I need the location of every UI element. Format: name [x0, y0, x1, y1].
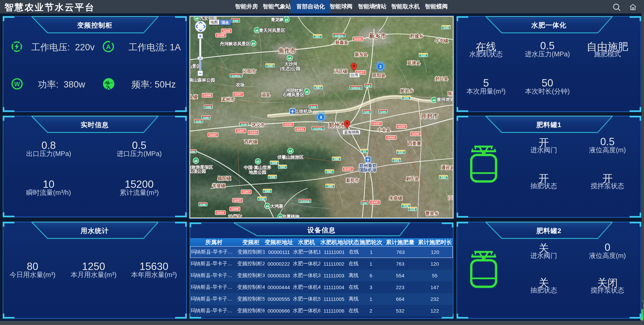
svg-text:黄河游览: 黄河游览 — [436, 97, 453, 102]
svg-text:G208: G208 — [217, 34, 224, 37]
svg-text:中牟县: 中牟县 — [378, 127, 391, 132]
svg-text:G207: G207 — [234, 199, 241, 202]
svg-text:G207: G207 — [234, 93, 242, 96]
svg-text:中国·嵩山世界: 中国·嵩山世界 — [244, 165, 271, 170]
svg-text:焦作市: 焦作市 — [278, 48, 296, 54]
svg-text:G207: G207 — [243, 190, 250, 194]
svg-text:牛屯镇: 牛屯镇 — [435, 38, 448, 43]
svg-text:曹里乡: 曹里乡 — [425, 211, 439, 216]
svg-text:南山森林公园: 南山森林公园 — [190, 77, 215, 83]
svg-text:G5512: G5512 — [351, 86, 360, 90]
svg-text:G230: G230 — [412, 132, 419, 136]
svg-text:S25: S25 — [403, 204, 409, 208]
svg-text:尉氏县: 尉氏县 — [406, 176, 419, 181]
svg-text:G4: G4 — [363, 201, 367, 205]
svg-text:农场: 农场 — [235, 82, 245, 87]
svg-text:蓝海球阀: 蓝海球阀 — [344, 130, 359, 134]
svg-text:A: A — [106, 43, 111, 50]
svg-text:新乡县: 新乡县 — [355, 52, 368, 57]
svg-text:G234: G234 — [354, 37, 362, 41]
svg-text:S25: S25 — [410, 208, 415, 211]
svg-text:上街机场: 上街机场 — [295, 109, 312, 114]
svg-text:G1516: G1516 — [300, 200, 309, 203]
svg-text:G208: G208 — [204, 94, 211, 97]
svg-text:S87: S87 — [316, 86, 321, 89]
svg-text:G207: G207 — [209, 133, 217, 137]
svg-text:汝州市: 汝州市 — [228, 214, 242, 218]
svg-text:G30: G30 — [380, 110, 386, 113]
svg-text:沁阳市: 沁阳市 — [243, 69, 256, 74]
svg-text:大鸿寨: 大鸿寨 — [270, 204, 284, 209]
svg-text:G30: G30 — [196, 120, 201, 123]
svg-text:G310: G310 — [250, 131, 257, 134]
svg-text:陈桥: 陈桥 — [448, 91, 453, 96]
svg-text:G30: G30 — [364, 110, 369, 114]
svg-text:S25: S25 — [398, 151, 404, 154]
svg-text:冯庄镇: 冯庄镇 — [334, 69, 347, 74]
svg-text:获嘉县: 获嘉县 — [335, 40, 348, 45]
svg-text:G107: G107 — [344, 167, 352, 171]
svg-text:G55: G55 — [205, 105, 211, 109]
svg-text:地质公园: 地质公园 — [249, 170, 266, 175]
svg-text:孟州市: 孟州市 — [221, 97, 235, 102]
svg-text:3: 3 — [379, 64, 382, 69]
svg-text:朱曲镇: 朱曲镇 — [389, 196, 402, 201]
svg-text:巩义市: 巩义市 — [252, 122, 265, 127]
svg-text:(生态)公园: (生态)公园 — [280, 66, 301, 71]
svg-text:江村: 江村 — [448, 195, 453, 200]
svg-text:G55: G55 — [232, 19, 238, 22]
svg-text:新郑市: 新郑市 — [346, 178, 359, 183]
svg-text:G107: G107 — [373, 122, 381, 125]
svg-text:G207: G207 — [237, 129, 245, 132]
svg-text:G208: G208 — [223, 29, 230, 33]
svg-text:郑州市: 郑州市 — [328, 122, 346, 128]
svg-text:大沙河: 大沙河 — [284, 61, 298, 66]
svg-text:G30: G30 — [310, 105, 316, 109]
svg-text:01号: 01号 — [351, 73, 358, 77]
svg-text:S49: S49 — [267, 64, 273, 67]
svg-text:S25: S25 — [443, 26, 449, 29]
svg-text:Hz: Hz — [106, 85, 109, 88]
svg-text:G107: G107 — [371, 201, 379, 204]
svg-text:8: 8 — [320, 115, 322, 120]
svg-text:W: W — [14, 81, 20, 88]
svg-text:G4: G4 — [366, 84, 370, 88]
svg-text:S25: S25 — [394, 159, 399, 162]
svg-text:G310: G310 — [284, 123, 292, 126]
svg-text:S88: S88 — [327, 184, 333, 188]
svg-text:S88: S88 — [334, 157, 339, 161]
svg-text:封丘县: 封丘县 — [435, 76, 448, 81]
svg-text:华夏植物: 华夏植物 — [282, 214, 300, 218]
svg-text:G30: G30 — [241, 123, 247, 126]
svg-text:G55: G55 — [190, 150, 195, 153]
svg-text:G3511: G3511 — [232, 74, 241, 77]
svg-text:通许县: 通许县 — [441, 165, 453, 170]
svg-text:伏羲山旅游区: 伏羲山旅游区 — [277, 155, 304, 160]
svg-text:延津县: 延津县 — [407, 60, 421, 65]
svg-text:国际机场: 国际机场 — [359, 167, 377, 172]
svg-text:西村镇: 西村镇 — [244, 139, 258, 144]
svg-text:G208: G208 — [231, 207, 238, 211]
svg-text:S60: S60 — [327, 170, 332, 173]
svg-text:青龙峡: 青龙峡 — [271, 17, 284, 22]
svg-text:S49: S49 — [265, 189, 270, 193]
svg-text:G1001: G1001 — [313, 127, 322, 130]
svg-text:G36: G36 — [200, 203, 206, 206]
svg-text:温县: 温县 — [261, 92, 270, 97]
svg-text:新乡市: 新乡市 — [369, 33, 386, 39]
svg-text:G220: G220 — [398, 125, 405, 128]
svg-text:西姜寨: 西姜寨 — [408, 141, 422, 146]
svg-text:丹河峡谷风景区: 丹河峡谷风景区 — [220, 41, 251, 46]
svg-text:G344: G344 — [217, 211, 224, 214]
svg-text:陡门乡: 陡门乡 — [400, 88, 414, 93]
svg-text:S49: S49 — [272, 161, 277, 165]
svg-text:S49: S49 — [270, 175, 275, 179]
svg-text:S49: S49 — [259, 197, 265, 201]
svg-text:胙城乡: 胙城乡 — [410, 34, 423, 39]
svg-text:石榴风景区: 石榴风景区 — [282, 92, 305, 97]
svg-text:原阳县: 原阳县 — [372, 73, 386, 78]
svg-text:开封市: 开封市 — [421, 113, 438, 119]
svg-text:G3511: G3511 — [335, 34, 344, 37]
svg-text:青天河风景区: 青天河风景区 — [259, 28, 285, 33]
svg-text:G55: G55 — [203, 116, 209, 119]
